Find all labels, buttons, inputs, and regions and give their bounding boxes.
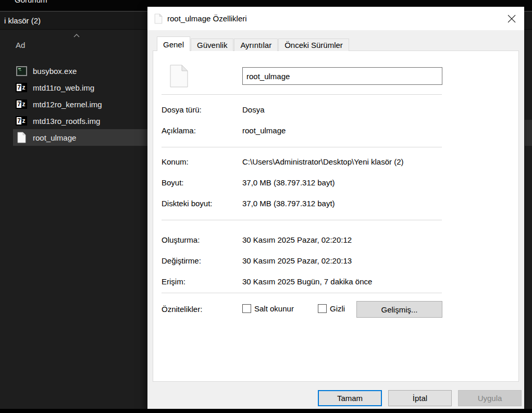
tab-strip: Genel Güvenlik Ayrıntılar Önceki Sürümle… (157, 36, 350, 51)
file-row-mtd12[interactable]: 7z mtd12ro_kernel.img (13, 96, 147, 112)
hidden-label: Gizli (330, 304, 345, 313)
readonly-label: Salt okunur (254, 304, 294, 313)
file-row-mtd13[interactable]: 7z mtd13ro_rootfs.img (13, 112, 147, 129)
general-tab-panel: Dosya türü: Dosya Açıklama: root_ulmage … (153, 51, 519, 382)
file-name: busybox.exe (33, 67, 77, 76)
cancel-button[interactable]: İptal (388, 390, 452, 406)
7z-icon: 7z (16, 98, 27, 110)
separator (162, 147, 442, 147)
property-value: C:\Users\Administrator\Desktop\Yeni klas… (242, 157, 404, 166)
taskbar-edge (0, 409, 532, 413)
file-row-busybox[interactable]: busybox.exe (13, 62, 147, 79)
file-name: root_ulmage (33, 133, 76, 142)
property-label: Dosya türü: (162, 105, 202, 114)
tab-security[interactable]: Güvenlik (191, 39, 233, 51)
property-value: 30 Kasım 2025 Bugün, 7 dakika önce (242, 277, 372, 286)
file-name: mtd13ro_rootfs.img (33, 117, 100, 126)
advanced-button[interactable]: Gelişmiş... (356, 301, 442, 318)
file-row-root-ulmage[interactable]: root_ulmage (13, 129, 147, 146)
readonly-option: Salt okunur (242, 304, 294, 313)
property-value: 37,0 MB (38.797.312 bayt) (242, 178, 335, 187)
apply-button[interactable]: Uygula (458, 390, 522, 406)
7z-icon: 7z (16, 81, 27, 94)
property-label: Değiştirme: (162, 256, 201, 265)
address-text: i klasör (2) (0, 16, 41, 25)
document-icon (16, 131, 27, 144)
property-label: Oluşturma: (162, 235, 200, 244)
property-row-accessed: Erişim: 30 Kasım 2025 Bugün, 7 dakika ön… (153, 277, 518, 287)
close-icon (508, 15, 516, 23)
property-label: Boyut: (162, 178, 184, 187)
ok-button[interactable]: Tamam (318, 390, 382, 406)
properties-dialog: root_ulmage Özellikleri Genel Güvenlik A… (147, 7, 524, 409)
dialog-title: root_ulmage Özellikleri (167, 14, 247, 23)
property-row-created: Oluşturma: 30 Kasım 2025 Pazar, 02:20:12 (153, 235, 518, 246)
readonly-checkbox[interactable] (242, 304, 251, 313)
property-row-modified: Değiştirme: 30 Kasım 2025 Pazar, 02:20:1… (153, 256, 518, 267)
property-row-description: Açıklama: root_ulmage (153, 126, 518, 136)
7z-icon: 7z (16, 115, 27, 127)
close-button[interactable] (499, 7, 524, 30)
property-row-file-type: Dosya türü: Dosya (153, 105, 518, 116)
scrollbar[interactable] (525, 120, 532, 146)
property-value: Dosya (242, 105, 265, 114)
file-row-mtd11[interactable]: 7z mtd11ro_web.img (13, 79, 147, 96)
property-value: 30 Kasım 2025 Pazar, 02:20:12 (242, 235, 352, 244)
dialog-titlebar[interactable]: root_ulmage Özellikleri (147, 7, 524, 30)
file-list: busybox.exe 7z mtd11ro_web.img 7z mtd12r… (13, 62, 147, 146)
property-label: Erişim: (162, 277, 185, 286)
tab-details[interactable]: Ayrıntılar (234, 39, 278, 51)
separator (162, 220, 442, 220)
document-icon (170, 65, 188, 87)
screen: Görünüm i klasör (2) Ad busybox.exe 7z m… (0, 0, 532, 413)
column-header-name[interactable]: Ad (16, 41, 25, 49)
property-row-size-on-disk: Diskteki boyut: 37,0 MB (38.797.312 bayt… (153, 199, 518, 209)
ribbon-tab-view[interactable]: Görünüm (15, 0, 47, 4)
property-value: 37,0 MB (38.797.312 bayt) (242, 199, 335, 208)
file-icon (154, 14, 163, 24)
tab-previous-versions[interactable]: Önceki Sürümler (278, 39, 349, 51)
separator (162, 94, 442, 95)
property-label: Diskteki boyut: (162, 199, 213, 208)
property-row-location: Konum: C:\Users\Administrator\Desktop\Ye… (153, 157, 518, 168)
attributes-label: Öznitelikler: (162, 305, 202, 314)
property-row-size: Boyut: 37,0 MB (38.797.312 bayt) (153, 178, 518, 189)
separator (162, 293, 442, 293)
property-value: root_ulmage (242, 126, 286, 135)
property-label: Konum: (162, 157, 189, 166)
tab-general[interactable]: Genel (157, 36, 190, 51)
property-label: Açıklama: (162, 126, 196, 135)
file-name-input[interactable] (242, 67, 442, 85)
hidden-option: Gizli (318, 304, 345, 313)
file-name: mtd12ro_kernel.img (33, 100, 102, 109)
file-name: mtd11ro_web.img (33, 83, 94, 92)
console-icon (16, 65, 27, 77)
sort-ascending-icon (73, 33, 80, 38)
property-value: 30 Kasım 2025 Pazar, 02:20:13 (242, 256, 352, 265)
hidden-checkbox[interactable] (318, 304, 327, 313)
